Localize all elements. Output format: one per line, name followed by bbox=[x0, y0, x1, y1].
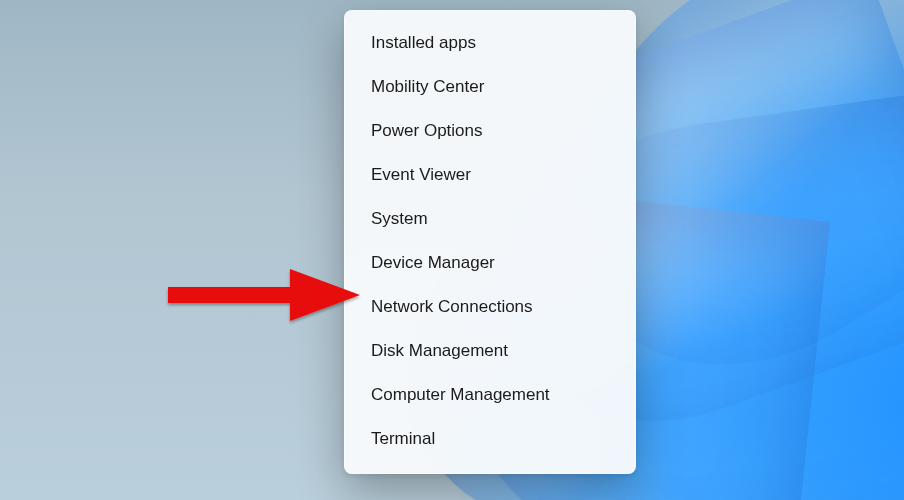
menu-item-label: Computer Management bbox=[371, 385, 550, 405]
menu-item-label: Event Viewer bbox=[371, 165, 471, 185]
menu-item-label: Network Connections bbox=[371, 297, 533, 317]
menu-item-system[interactable]: System bbox=[351, 199, 629, 239]
menu-item-label: Mobility Center bbox=[371, 77, 484, 97]
menu-item-label: Disk Management bbox=[371, 341, 508, 361]
menu-item-label: System bbox=[371, 209, 428, 229]
winx-context-menu: Installed apps Mobility Center Power Opt… bbox=[344, 10, 636, 474]
menu-item-event-viewer[interactable]: Event Viewer bbox=[351, 155, 629, 195]
menu-item-label: Installed apps bbox=[371, 33, 476, 53]
menu-item-label: Power Options bbox=[371, 121, 483, 141]
menu-item-power-options[interactable]: Power Options bbox=[351, 111, 629, 151]
menu-item-terminal[interactable]: Terminal bbox=[351, 419, 629, 459]
menu-item-label: Device Manager bbox=[371, 253, 495, 273]
menu-item-network-connections[interactable]: Network Connections bbox=[351, 287, 629, 327]
menu-item-mobility-center[interactable]: Mobility Center bbox=[351, 67, 629, 107]
menu-item-device-manager[interactable]: Device Manager bbox=[351, 243, 629, 283]
menu-item-computer-management[interactable]: Computer Management bbox=[351, 375, 629, 415]
menu-item-disk-management[interactable]: Disk Management bbox=[351, 331, 629, 371]
menu-item-installed-apps[interactable]: Installed apps bbox=[351, 23, 629, 63]
menu-item-label: Terminal bbox=[371, 429, 435, 449]
